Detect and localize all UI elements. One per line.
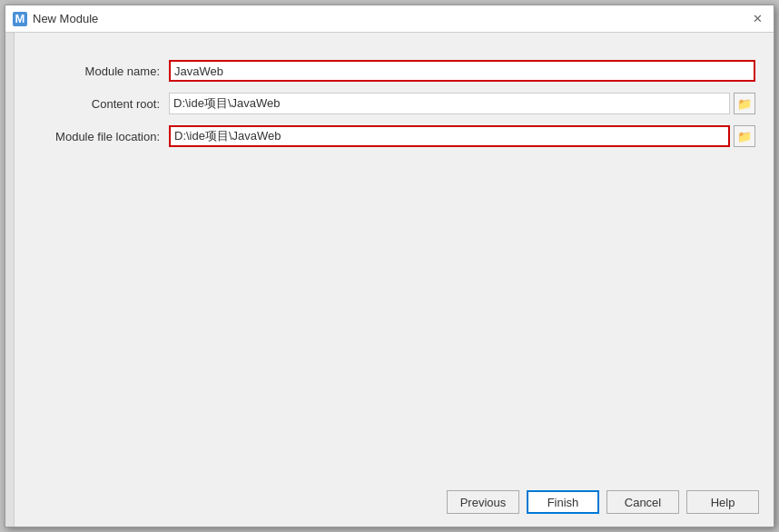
- module-name-row: Module name:: [33, 60, 755, 82]
- content-root-row: Content root: 📁: [33, 93, 755, 114]
- module-file-location-label: Module file location:: [33, 130, 169, 143]
- button-bar: Previous Finish Cancel Help: [5, 481, 774, 527]
- main-empty-area: [33, 271, 755, 472]
- folder-icon: 📁: [737, 97, 752, 111]
- title-bar-left: M New Module: [13, 12, 98, 26]
- content-root-input[interactable]: [169, 93, 730, 114]
- module-name-input[interactable]: [169, 60, 755, 82]
- module-file-location-input-wrapper: 📁: [169, 125, 755, 147]
- module-file-location-browse-button[interactable]: 📁: [734, 125, 755, 147]
- left-sidebar-decoration: [5, 33, 15, 527]
- content-root-label: Content root:: [33, 97, 169, 111]
- form-area: Module name: Content root: 📁 Module file…: [33, 51, 755, 271]
- previous-button[interactable]: Previous: [447, 490, 519, 514]
- module-name-input-wrapper: [169, 60, 755, 82]
- folder-icon-2: 📁: [737, 130, 752, 143]
- close-icon: ✕: [753, 12, 763, 25]
- title-bar: M New Module ✕: [5, 5, 774, 33]
- module-name-label: Module name:: [33, 64, 169, 78]
- module-file-location-input[interactable]: [169, 125, 730, 147]
- new-module-dialog: M New Module ✕ Module name: Content root…: [5, 5, 774, 527]
- dialog-title: New Module: [33, 12, 98, 25]
- help-button[interactable]: Help: [686, 490, 759, 514]
- module-file-location-row: Module file location: 📁: [33, 125, 755, 147]
- dialog-icon: M: [13, 12, 27, 26]
- content-area: Module name: Content root: 📁 Module file…: [15, 33, 774, 481]
- close-button[interactable]: ✕: [748, 10, 766, 28]
- content-root-browse-button[interactable]: 📁: [734, 93, 755, 114]
- content-root-input-wrapper: 📁: [169, 93, 755, 114]
- cancel-button[interactable]: Cancel: [606, 490, 679, 514]
- finish-button[interactable]: Finish: [527, 490, 599, 514]
